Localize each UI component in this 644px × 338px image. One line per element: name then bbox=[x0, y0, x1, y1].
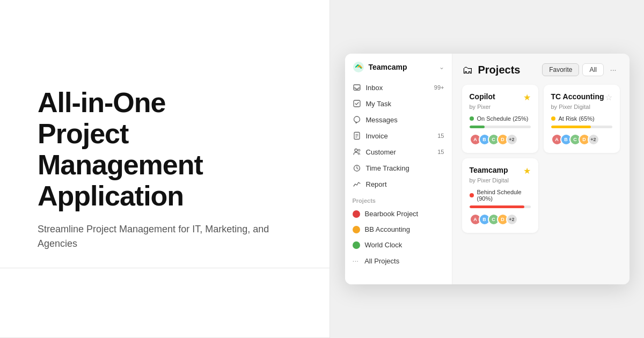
sidebar-item-invoice[interactable]: Invoice 15 bbox=[345, 128, 452, 144]
bearbook-label: Bearbook Project bbox=[365, 210, 419, 218]
copilot-progress-bar bbox=[470, 126, 531, 128]
copilot-avatars: A B C D +2 bbox=[470, 134, 531, 145]
avatar-more: +2 bbox=[588, 134, 599, 145]
teamcamp-star-icon[interactable]: ★ bbox=[523, 166, 531, 176]
tc-accounting-progress-bar bbox=[551, 126, 612, 128]
chevron-down-icon[interactable]: ⌄ bbox=[439, 63, 444, 71]
copilot-title: Copilot bbox=[470, 92, 495, 101]
inbox-icon bbox=[353, 83, 361, 92]
tc-accounting-card-header: TC Accounting ☆ bbox=[551, 92, 612, 102]
teamcamp-status-row: Behind Schedule (90%) bbox=[470, 189, 531, 202]
tc-accounting-status-row: At Risk (65%) bbox=[551, 115, 612, 122]
bb-accounting-label: BB Accounting bbox=[365, 225, 411, 233]
left-panel: All-in-One Project Management Applicatio… bbox=[0, 0, 330, 338]
hero-subtitle: Streamline Project Management for IT, Ma… bbox=[38, 222, 292, 251]
brand-logo-icon bbox=[353, 61, 364, 73]
sidebar-brand[interactable]: Teamcamp bbox=[353, 61, 407, 73]
tab-favorite[interactable]: Favorite bbox=[542, 63, 579, 76]
project-card-tc-accounting[interactable]: TC Accounting ☆ by Pixer Digital At Risk… bbox=[544, 85, 620, 153]
svg-point-9 bbox=[358, 149, 360, 151]
sidebar-item-bb-accounting[interactable]: BB Accounting bbox=[345, 222, 452, 237]
tc-accounting-progress-fill bbox=[551, 126, 591, 128]
svg-point-8 bbox=[355, 149, 357, 152]
sidebar: Teamcamp ⌄ Inbox 99+ My Task bbox=[345, 54, 452, 284]
inbox-badge: 99+ bbox=[434, 84, 444, 91]
copilot-status-row: On Schedule (25%) bbox=[470, 115, 531, 122]
tc-accounting-avatars: A B C D +2 bbox=[551, 134, 612, 145]
time-tracking-icon bbox=[353, 164, 361, 172]
tc-accounting-title: TC Accounting bbox=[551, 92, 604, 101]
customer-icon bbox=[353, 148, 361, 156]
project-card-teamcamp[interactable]: Teamcamp ★ by Pixer Digital Behind Sched… bbox=[462, 158, 538, 233]
invoice-label: Invoice bbox=[366, 132, 388, 140]
svg-rect-2 bbox=[354, 100, 360, 107]
tab-all[interactable]: All bbox=[582, 63, 603, 76]
sidebar-item-messages[interactable]: Messages bbox=[345, 112, 452, 128]
divider-line bbox=[0, 268, 330, 268]
sidebar-header: Teamcamp ⌄ bbox=[345, 61, 452, 79]
tc-accounting-subtitle: by Pixer Digital bbox=[551, 104, 612, 110]
projects-grid: Copilot ★ by Pixer On Schedule (25%) A B bbox=[462, 85, 620, 233]
main-title: Projects bbox=[478, 64, 521, 76]
svg-point-3 bbox=[354, 116, 360, 122]
copilot-card-header: Copilot ★ bbox=[470, 92, 531, 102]
world-clock-dot bbox=[353, 241, 360, 249]
projects-section-label: Projects bbox=[345, 192, 452, 206]
bb-accounting-dot bbox=[353, 226, 360, 233]
time-tracking-label: Time Tracking bbox=[366, 164, 409, 172]
main-header: 🗂 Projects Favorite All ··· bbox=[462, 63, 620, 76]
tab-buttons: Favorite All ··· bbox=[542, 63, 619, 76]
sidebar-item-time-tracking[interactable]: Time Tracking bbox=[345, 160, 452, 176]
all-projects-label: All Projects bbox=[364, 257, 399, 265]
hero-title: All-in-One Project Management Applicatio… bbox=[38, 87, 292, 212]
sidebar-item-world-clock[interactable]: World Clock bbox=[345, 237, 452, 253]
more-options-icon[interactable]: ··· bbox=[607, 64, 620, 75]
copilot-status-text: On Schedule (25%) bbox=[477, 115, 529, 122]
tc-accounting-status-text: At Risk (65%) bbox=[559, 115, 595, 122]
project-card-copilot[interactable]: Copilot ★ by Pixer On Schedule (25%) A B bbox=[462, 85, 538, 153]
all-projects-dots-icon: ··· bbox=[353, 256, 359, 265]
teamcamp-avatars: A B C D +2 bbox=[470, 214, 531, 225]
teamcamp-status-dot bbox=[470, 193, 474, 197]
teamcamp-status-text: Behind Schedule (90%) bbox=[477, 189, 531, 202]
app-window: Teamcamp ⌄ Inbox 99+ My Task bbox=[345, 54, 630, 284]
avatar-more: +2 bbox=[506, 214, 518, 225]
sidebar-item-customer[interactable]: Customer 15 bbox=[345, 144, 452, 160]
sidebar-item-my-task[interactable]: My Task bbox=[345, 95, 452, 112]
teamcamp-progress-bar bbox=[470, 205, 531, 208]
customer-badge: 15 bbox=[437, 149, 444, 155]
projects-icon: 🗂 bbox=[462, 64, 473, 76]
avatar-more: +2 bbox=[506, 134, 518, 145]
main-content: 🗂 Projects Favorite All ··· Copilot ★ by… bbox=[452, 54, 630, 284]
sidebar-item-all-projects[interactable]: ··· All Projects bbox=[345, 253, 452, 269]
teamcamp-progress-fill bbox=[470, 205, 525, 208]
copilot-subtitle: by Pixer bbox=[470, 104, 531, 110]
copilot-status-dot bbox=[470, 116, 474, 121]
sidebar-item-bearbook[interactable]: Bearbook Project bbox=[345, 206, 452, 222]
right-panel: Teamcamp ⌄ Inbox 99+ My Task bbox=[330, 0, 644, 338]
teamcamp-card-header: Teamcamp ★ bbox=[470, 166, 531, 176]
invoice-badge: 15 bbox=[437, 133, 444, 139]
world-clock-label: World Clock bbox=[365, 241, 402, 249]
inbox-label: Inbox bbox=[366, 84, 383, 92]
bearbook-dot bbox=[353, 210, 360, 218]
sidebar-item-report[interactable]: Report bbox=[345, 176, 452, 192]
tc-accounting-status-dot bbox=[551, 116, 555, 121]
brand-name: Teamcamp bbox=[369, 63, 407, 71]
customer-label: Customer bbox=[366, 148, 396, 156]
report-label: Report bbox=[366, 180, 387, 188]
report-icon bbox=[353, 180, 361, 188]
my-task-icon bbox=[353, 99, 361, 108]
copilot-star-icon[interactable]: ★ bbox=[523, 92, 531, 102]
copilot-progress-fill bbox=[470, 126, 485, 128]
teamcamp-card-title: Teamcamp bbox=[470, 166, 508, 174]
messages-icon bbox=[353, 115, 361, 124]
tc-accounting-star-icon[interactable]: ☆ bbox=[605, 92, 612, 102]
sidebar-item-inbox[interactable]: Inbox 99+ bbox=[345, 79, 452, 95]
my-task-label: My Task bbox=[366, 100, 391, 108]
messages-label: Messages bbox=[366, 116, 398, 124]
teamcamp-subtitle: by Pixer Digital bbox=[470, 177, 531, 183]
invoice-icon bbox=[353, 131, 361, 140]
